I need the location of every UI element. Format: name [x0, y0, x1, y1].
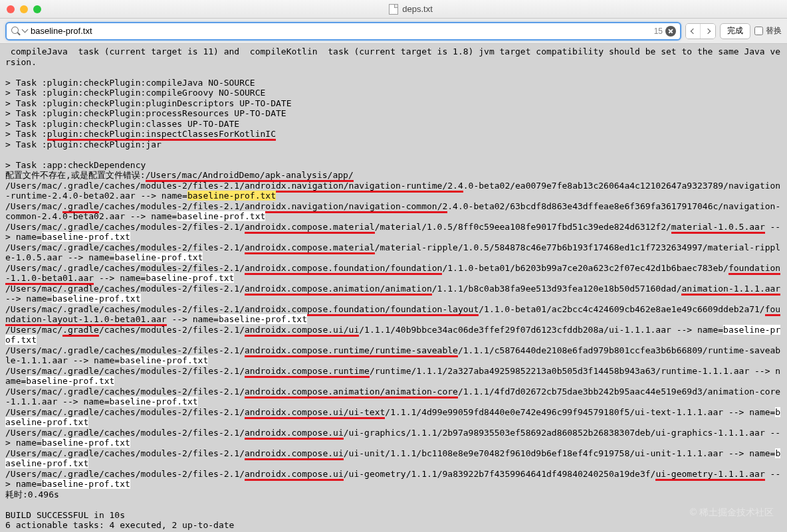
e7-tail: --> name= — [167, 314, 219, 324]
chevron-right-icon — [705, 28, 711, 33]
clear-icon[interactable] — [665, 26, 676, 37]
e12-u: androidx.compose.ui/ui-text — [245, 407, 385, 419]
e8-g: .gradle — [62, 325, 99, 337]
match: baseline-prof.txt — [110, 397, 198, 406]
time: 耗时:0.496s — [5, 489, 59, 499]
e3-post: /material/1.0.5/8ff0c59eea108fe9017fbd51… — [375, 222, 671, 232]
task-line: > Task :plugin:checkPlugin:compileJava N… — [5, 78, 255, 88]
e8-post: /1.1.1/40b9bbce34ac06de3ffef29f07d6123cf… — [359, 325, 723, 335]
e5-u: androidx.compose.foundation/foundation — [245, 263, 442, 275]
chevron-left-icon — [690, 28, 695, 33]
next-button[interactable] — [701, 24, 715, 39]
text-content[interactable]: compileJava task (current target is 11) … — [0, 44, 787, 532]
watermark: © 稀土掘金技术社区 — [690, 507, 774, 519]
e5-post: /1.1.0-beta01/b6203b99a7ce20a623c2f07ec4… — [442, 263, 728, 273]
e6-u: androidx.compose.animation/animation — [245, 284, 432, 296]
e1-pre: /Users/mac/.gradle/caches/modules-2/file… — [5, 181, 245, 191]
match: baseline-prof.txt — [146, 273, 234, 283]
title-bar: deps.txt — [0, 0, 787, 19]
match: baseline-prof.txt — [42, 438, 130, 448]
match: baseline-prof.txt — [219, 314, 307, 324]
e3-u2: material-1.0.5.aar — [671, 222, 765, 234]
e14-u: androidx.compose.ui — [245, 448, 344, 460]
e2-mid: /caches/modules-2/files-2.1/ — [99, 201, 245, 211]
task-dep: > Task :app:checkDependency — [5, 160, 146, 170]
e7-post: /1.1.0-beta01/ac2bcc4c424609cb462e8ae1e4… — [479, 304, 764, 314]
e3-u: androidx.compose.material — [245, 222, 375, 234]
e11-u: androidx.compose.animation/animation-cor… — [245, 387, 458, 399]
nav-buttons — [685, 23, 716, 39]
e12-post: /1.1.1/4d99e99059fd8440e0e742e496c99f945… — [385, 407, 775, 417]
e5-pre: /Users/mac/.gradle/caches/modules-2/file… — [5, 263, 245, 273]
match: baseline-prof.txt — [120, 355, 208, 365]
task-line: > Task :plugin:checkPlugin:classes UP-TO… — [5, 119, 239, 129]
e10-pre: /Users/mac/.gradle/caches/modules-2/file… — [5, 366, 245, 376]
e8-u: androidx.compose.ui/ui — [245, 325, 359, 337]
e8-mid: /caches/modules-2/files-2.1/ — [99, 325, 245, 335]
e1-u: androidx.navigation/navigation-runtime/2… — [245, 181, 463, 193]
e15-mid: /caches/modules-2/files-2.1/ — [99, 469, 245, 479]
match: baseline-prof.txt — [42, 232, 130, 242]
traffic-lights — [7, 5, 41, 13]
e11-pre: /Users/mac/.gradle/caches/modules-2/file… — [5, 387, 245, 397]
e13-pre: /Users/mac/.gradle/caches/modules-2/file… — [5, 428, 245, 438]
match: baseline-prof.txt — [114, 252, 203, 262]
zoom-icon[interactable] — [33, 5, 41, 13]
match: baseline-prof.txt — [42, 479, 130, 489]
e15-post: /ui-geometry/1.1.1/9a83922b7f4359964641d… — [344, 469, 656, 479]
task-inspect-pre: > Task : — [5, 129, 47, 139]
task-line: > Task :plugin:checkPlugin:processResour… — [5, 108, 286, 118]
prev-button[interactable] — [686, 24, 701, 39]
task-jar: > Task :plugin:checkPlugin:jar — [5, 139, 162, 149]
match: baseline-prof.txt — [177, 211, 265, 221]
minimize-icon[interactable] — [20, 5, 28, 13]
cfg-label: 配置文件不存在,或是配置文件错误: — [5, 170, 146, 180]
done-button[interactable]: 完成 — [720, 23, 750, 39]
e14-post: /ui-unit/1.1.1/bc1108e8e9e70482f9610d9b6… — [344, 448, 776, 458]
match-current: baseline-prof.txt — [187, 191, 276, 201]
e2-u: androidx.navigation/navigation-common/2 — [245, 201, 447, 213]
document-icon — [389, 4, 398, 15]
match: baseline-prof.txt — [52, 294, 140, 304]
match: baseline-prof.txt — [26, 376, 114, 386]
e15-u2: ui-geometry-1.1.1.aar — [655, 469, 764, 481]
replace-label: 替换 — [766, 25, 782, 37]
close-icon[interactable] — [7, 5, 15, 13]
e15-u: androidx.compose.ui — [245, 469, 344, 481]
line-top: compileJava task (current target is 11) … — [5, 46, 780, 67]
e15-pre: /Users/mac/ — [5, 469, 62, 479]
title-text: deps.txt — [402, 4, 433, 14]
e4-pre: /Users/mac/.gradle/caches/modules-2/file… — [5, 242, 245, 252]
e12-pre: /Users/mac/.gradle/caches/modules-2/file… — [5, 407, 245, 417]
e6-u2: animation-1.1.1.aar — [681, 284, 780, 296]
e14-pre: /Users/mac/.gradle/caches/modules-2/file… — [5, 448, 245, 458]
e3-pre: /Users/mac/.gradle/caches/modules-2/file… — [5, 222, 245, 232]
e9-u: androidx.compose.runtime/runtime-saveabl… — [245, 345, 458, 357]
search-input[interactable] — [28, 26, 654, 36]
e5-tail: --> name= — [94, 273, 146, 283]
e10-u: androidx.compose.runtime — [245, 366, 370, 378]
match-count: 15 — [654, 27, 663, 36]
window-title: deps.txt — [41, 4, 780, 15]
task-line: > Task :plugin:checkPlugin:pluginDescrip… — [5, 98, 291, 108]
build: BUILD SUCCESSFUL in 10s — [5, 510, 125, 520]
search-bar: 15 完成 替换 — [0, 19, 787, 44]
chevron-down-icon[interactable] — [23, 29, 28, 34]
e6-post: /1.1.1/b8c0ab38fa9ee513d93fea120e18b50d5… — [432, 284, 682, 294]
e2-pre: /Users/mac/ — [5, 201, 62, 211]
actionable: 6 actionable tasks: 4 executed, 2 up-to-… — [5, 520, 234, 530]
replace-checkbox[interactable] — [754, 27, 763, 35]
task-line: > Task :plugin:checkPlugin:compileGroovy… — [5, 88, 265, 98]
search-icon — [11, 26, 21, 37]
e13-u: androidx.compose.ui — [245, 428, 344, 440]
e6-pre: /Users/mac/.gradle/caches/modules-2/file… — [5, 284, 245, 294]
e8-pre: /Users/mac/ — [5, 325, 62, 335]
e4-u: androidx.compose.material — [245, 242, 375, 254]
e9-pre: /Users/mac/.gradle/caches/modules-2/file… — [5, 345, 245, 355]
search-field[interactable]: 15 — [5, 22, 681, 41]
replace-toggle[interactable]: 替换 — [754, 25, 782, 37]
e7-pre: /Users/mac/.gradle/caches/modules-2/file… — [5, 304, 245, 314]
